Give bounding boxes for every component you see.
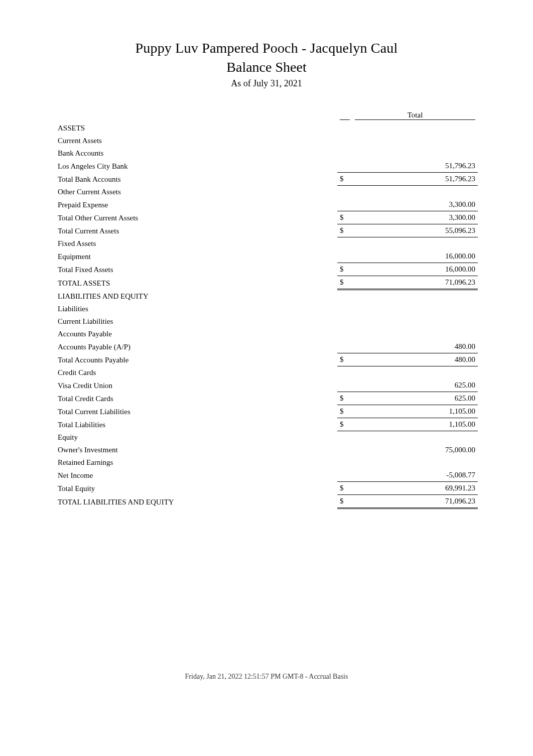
currency-symbol: $ [337,495,352,509]
row-amount: 16,000.00 [352,263,478,276]
row-amount [352,237,478,250]
row-amount: 3,300.00 [352,198,478,211]
row-label: Other Current Assets [55,186,337,199]
row-label: Current Assets [55,135,337,147]
row-label: Retained Earnings [55,456,337,469]
table-row: Total Bank Accounts$51,796.23 [55,173,478,186]
currency-symbol: $ [337,263,352,276]
row-amount: 16,000.00 [352,250,478,263]
row-amount: 69,991.23 [352,482,478,495]
row-label: Total Current Liabilities [55,405,337,418]
currency-symbol: $ [337,418,352,431]
row-label: Accounts Payable (A/P) [55,340,337,353]
row-label: Total Current Assets [55,224,337,237]
table-row: Total Accounts Payable$480.00 [55,353,478,366]
row-amount [352,303,478,315]
row-label: ASSETS [55,122,337,135]
table-row: TOTAL ASSETS$71,096.23 [55,276,478,290]
table-row: LIABILITIES AND EQUITY [55,290,478,303]
currency-symbol [337,250,352,263]
table-row: Total Credit Cards$625.00 [55,392,478,405]
row-label: Credit Cards [55,366,337,380]
table-row: Total Equity$69,991.23 [55,482,478,495]
row-amount: 75,000.00 [352,444,478,456]
row-label: Liabilities [55,303,337,315]
row-amount: 625.00 [352,379,478,392]
currency-symbol [337,379,352,392]
table-row: Current Assets [55,135,478,147]
currency-symbol [337,160,352,173]
currency-symbol: $ [337,276,352,290]
row-label: Total Liabilities [55,418,337,431]
currency-symbol: $ [337,405,352,418]
table-row: Accounts Payable (A/P) 480.00 [55,340,478,353]
row-label: Total Bank Accounts [55,173,337,186]
currency-symbol [337,237,352,250]
table-row: Fixed Assets [55,237,478,250]
table-row: Total Other Current Assets$3,300.00 [55,211,478,224]
row-amount: 51,796.23 [352,173,478,186]
table-row: Current Liabilities [55,315,478,328]
table-row: Equity [55,431,478,444]
currency-symbol [337,328,352,340]
table-row: Bank Accounts [55,147,478,160]
row-amount: -5,008.77 [352,469,478,482]
table-row: Liabilities [55,303,478,315]
currency-symbol: $ [337,211,352,224]
row-label: LIABILITIES AND EQUITY [55,290,337,303]
row-label: Equity [55,431,337,444]
report-title: Balance Sheet [55,59,478,75]
page: Puppy Luv Pampered Pooch - Jacquelyn Cau… [0,0,533,756]
company-name: Puppy Luv Pampered Pooch - Jacquelyn Cau… [55,40,478,56]
row-amount [352,431,478,444]
currency-symbol [337,315,352,328]
row-amount [352,290,478,303]
row-amount: 480.00 [352,340,478,353]
row-label: Total Equity [55,482,337,495]
currency-symbol [337,456,352,469]
row-label: Fixed Assets [55,237,337,250]
row-label: Current Liabilities [55,315,337,328]
table-row: TOTAL LIABILITIES AND EQUITY$71,096.23 [55,495,478,509]
row-amount: 3,300.00 [352,211,478,224]
table-row: Visa Credit Union 625.00 [55,379,478,392]
table-row: Total Current Assets$55,096.23 [55,224,478,237]
table-row: Other Current Assets [55,186,478,199]
row-amount [352,328,478,340]
table-row: Total Liabilities$1,105.00 [55,418,478,431]
currency-symbol [337,135,352,147]
currency-symbol [337,469,352,482]
currency-symbol [337,366,352,380]
row-amount: 71,096.23 [352,495,478,509]
currency-symbol [337,340,352,353]
row-amount [352,456,478,469]
currency-symbol: $ [337,224,352,237]
row-label: Owner's Investment [55,444,337,456]
row-label: Accounts Payable [55,328,337,340]
currency-symbol [337,122,352,135]
as-of-date: As of July 31, 2021 [55,78,478,89]
table-row: Los Angeles City Bank 51,796.23 [55,160,478,173]
table-row: Prepaid Expense 3,300.00 [55,198,478,211]
row-amount [352,315,478,328]
row-label: Equipment [55,250,337,263]
currency-symbol [337,186,352,199]
currency-symbol: $ [337,392,352,405]
currency-symbol [337,303,352,315]
row-label: Bank Accounts [55,147,337,160]
row-amount [352,186,478,199]
table-row: Owner's Investment 75,000.00 [55,444,478,456]
row-label: TOTAL ASSETS [55,276,337,290]
total-column-header: Total [355,111,475,120]
currency-symbol [337,444,352,456]
table-row: Total Fixed Assets$16,000.00 [55,263,478,276]
row-amount: 625.00 [352,392,478,405]
row-label: Total Fixed Assets [55,263,337,276]
currency-symbol: $ [337,353,352,366]
report-footer: Friday, Jan 21, 2022 12:51:57 PM GMT-8 -… [0,673,533,681]
row-label: Total Credit Cards [55,392,337,405]
currency-symbol [337,147,352,160]
row-amount [352,147,478,160]
row-amount: 51,796.23 [352,160,478,173]
row-label: Visa Credit Union [55,379,337,392]
